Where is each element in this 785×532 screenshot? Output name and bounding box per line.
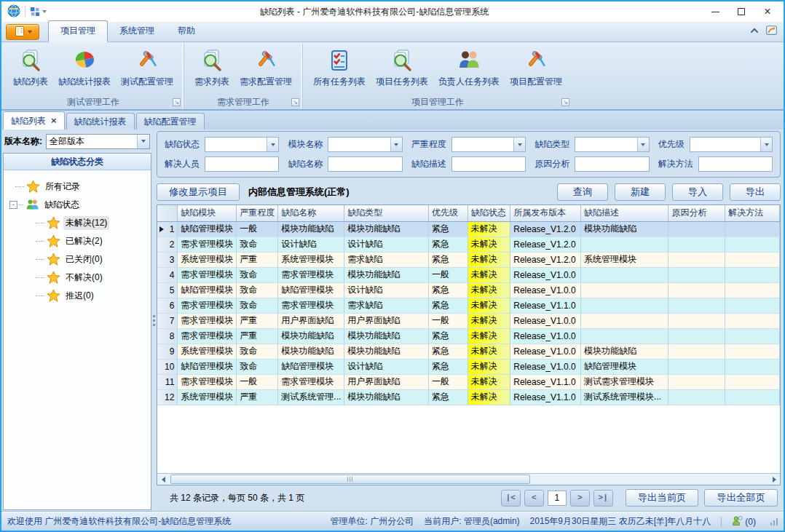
- dialog-launcher-icon[interactable]: ↘: [561, 98, 569, 106]
- dropdown-icon[interactable]: [513, 138, 525, 151]
- cell-priority[interactable]: 紧急: [429, 282, 468, 298]
- cell-defect-desc[interactable]: 测试系统管理模块...: [581, 389, 668, 405]
- table-row-9[interactable]: 9系统管理模块致命模块功能缺陷模块功能缺陷紧急未解决Release_V1.0.0…: [157, 344, 780, 359]
- cell-defect-status[interactable]: 未解决: [468, 359, 510, 374]
- cell-cause-analysis[interactable]: [668, 267, 725, 282]
- cell-defect-name[interactable]: 测试系统管理...: [278, 389, 344, 405]
- filter-select-module-name[interactable]: [328, 137, 402, 152]
- row-number[interactable]: 6: [157, 298, 178, 313]
- cell-defect-name[interactable]: 需求管理模块: [278, 374, 344, 389]
- cell-defect-desc[interactable]: 缺陷管理模块: [581, 359, 668, 374]
- filter-select-severity[interactable]: [451, 137, 526, 152]
- cell-defect-name[interactable]: 模块功能缺陷: [278, 328, 344, 344]
- cell-defect-name[interactable]: 模块功能缺陷: [278, 221, 344, 237]
- ribbon-button-project-tasks[interactable]: 项目任务列表: [372, 46, 432, 90]
- cell-cause-analysis[interactable]: [668, 221, 725, 237]
- cell-release-version[interactable]: Release_V1.1.0: [510, 389, 581, 405]
- cell-priority[interactable]: 紧急: [429, 252, 468, 267]
- cell-solution[interactable]: [725, 237, 780, 252]
- cell-solution[interactable]: [725, 298, 780, 313]
- tree-item-closed[interactable]: 已关闭(0): [7, 250, 148, 269]
- cell-defect-status[interactable]: 未解决: [468, 267, 510, 282]
- scroll-right-icon[interactable]: [768, 474, 780, 485]
- column-header-defect-status[interactable]: 缺陷状态: [468, 205, 510, 221]
- tree-item-all-records[interactable]: 所有记录: [7, 178, 148, 196]
- cell-defect-module[interactable]: 需求管理模块: [178, 313, 237, 328]
- version-select-dropdown-icon[interactable]: [137, 135, 149, 148]
- ribbon-button-requirement-list[interactable]: 需求列表: [191, 46, 233, 90]
- cell-defect-desc[interactable]: [581, 267, 668, 282]
- cell-release-version[interactable]: Release_V1.2.0: [510, 221, 581, 237]
- cell-defect-status[interactable]: 未解决: [468, 374, 510, 389]
- cell-cause-analysis[interactable]: [668, 344, 725, 359]
- tree-item-unresolved[interactable]: 未解决(12): [7, 214, 148, 232]
- cell-defect-name[interactable]: 缺陷管理模块: [278, 282, 344, 298]
- cell-priority[interactable]: 紧急: [429, 344, 468, 359]
- cell-release-version[interactable]: Release_V1.0.0: [510, 282, 581, 298]
- cell-severity[interactable]: 致命: [237, 282, 278, 298]
- cell-defect-module[interactable]: 缺陷管理模块: [178, 359, 237, 374]
- cell-cause-analysis[interactable]: [668, 328, 725, 344]
- cell-severity[interactable]: 一般: [237, 221, 278, 237]
- cell-defect-name[interactable]: 需求管理模块: [278, 298, 344, 313]
- resize-grip[interactable]: [770, 518, 778, 525]
- help-icon[interactable]: [765, 24, 778, 39]
- cell-solution[interactable]: [725, 221, 780, 237]
- cell-severity[interactable]: 致命: [237, 267, 278, 282]
- cell-cause-analysis[interactable]: [668, 359, 725, 374]
- cell-defect-desc[interactable]: [581, 328, 668, 344]
- cell-defect-module[interactable]: 需求管理模块: [178, 374, 237, 389]
- cell-release-version[interactable]: Release_V1.1.0: [510, 298, 581, 313]
- ribbon-tab-project-management[interactable]: 项目管理: [48, 20, 108, 42]
- cell-defect-module[interactable]: 系统管理模块: [178, 344, 237, 359]
- row-number[interactable]: 7: [157, 313, 178, 328]
- sidebar-splitter[interactable]: [151, 131, 157, 510]
- cell-defect-type[interactable]: 设计缺陷: [344, 282, 429, 298]
- dialog-launcher-icon[interactable]: ↘: [173, 98, 181, 106]
- tree-item-postponed[interactable]: 推迟(0): [7, 287, 148, 305]
- cell-defect-type[interactable]: 用户界面缺陷: [344, 374, 429, 389]
- cell-priority[interactable]: 紧急: [429, 328, 468, 344]
- import-button[interactable]: 导入: [672, 183, 723, 201]
- cell-cause-analysis[interactable]: [668, 298, 725, 313]
- cell-solution[interactable]: [725, 344, 780, 359]
- cell-priority[interactable]: 一般: [429, 313, 468, 328]
- cell-defect-module[interactable]: 需求管理模块: [178, 298, 237, 313]
- cell-defect-status[interactable]: 未解决: [468, 298, 510, 313]
- document-tab-defect-report[interactable]: 缺陷统计报表: [66, 113, 135, 130]
- close-button[interactable]: ×: [754, 3, 781, 20]
- table-row-5[interactable]: 5缺陷管理模块致命缺陷管理模块设计缺陷紧急未解决Release_V1.0.0: [157, 282, 780, 298]
- cell-solution[interactable]: [725, 374, 780, 389]
- cell-solution[interactable]: [725, 389, 780, 405]
- column-header-severity[interactable]: 严重程度: [237, 205, 278, 221]
- dropdown-icon[interactable]: [390, 138, 402, 151]
- cell-defect-desc[interactable]: [581, 282, 668, 298]
- cell-priority[interactable]: 一般: [429, 374, 468, 389]
- cell-defect-module[interactable]: 需求管理模块: [178, 328, 237, 344]
- table-row-1[interactable]: 1缺陷管理模块一般模块功能缺陷模块功能缺陷紧急未解决Release_V1.2.0…: [157, 221, 780, 237]
- cell-defect-desc[interactable]: 系统管理模块: [581, 252, 668, 267]
- ribbon-tab-help[interactable]: 帮助: [166, 21, 207, 41]
- cell-severity[interactable]: 致命: [237, 298, 278, 313]
- filter-select-defect-status[interactable]: [205, 137, 279, 152]
- next-page-button[interactable]: >: [570, 490, 590, 507]
- dropdown-icon[interactable]: [760, 138, 772, 151]
- cell-defect-status[interactable]: 未解决: [468, 282, 510, 298]
- table-row-6[interactable]: 6需求管理模块致命需求管理模块需求缺陷紧急未解决Release_V1.1.0: [157, 298, 780, 313]
- cell-defect-type[interactable]: 设计缺陷: [344, 237, 429, 252]
- cell-release-version[interactable]: Release_V1.0.0: [510, 313, 581, 328]
- row-number[interactable]: 2: [157, 237, 178, 252]
- cell-release-version[interactable]: Release_V1.0.0: [510, 267, 581, 282]
- cell-severity[interactable]: 严重: [237, 313, 278, 328]
- column-header-solution[interactable]: 解决方法: [725, 205, 780, 221]
- cell-solution[interactable]: [725, 328, 780, 344]
- tree-item-not-resolved[interactable]: 不解决(0): [7, 269, 148, 287]
- cell-severity[interactable]: 严重: [237, 252, 278, 267]
- quick-access-toolbar-icon[interactable]: [30, 7, 47, 17]
- cell-release-version[interactable]: Release_V1.2.0: [510, 237, 581, 252]
- scrollbar-thumb[interactable]: [170, 475, 530, 484]
- ribbon-button-defect-list[interactable]: 缺陷列表: [9, 46, 52, 90]
- cell-defect-name[interactable]: 设计缺陷: [278, 237, 344, 252]
- row-number[interactable]: 5: [157, 282, 178, 298]
- scroll-left-icon[interactable]: [157, 474, 169, 485]
